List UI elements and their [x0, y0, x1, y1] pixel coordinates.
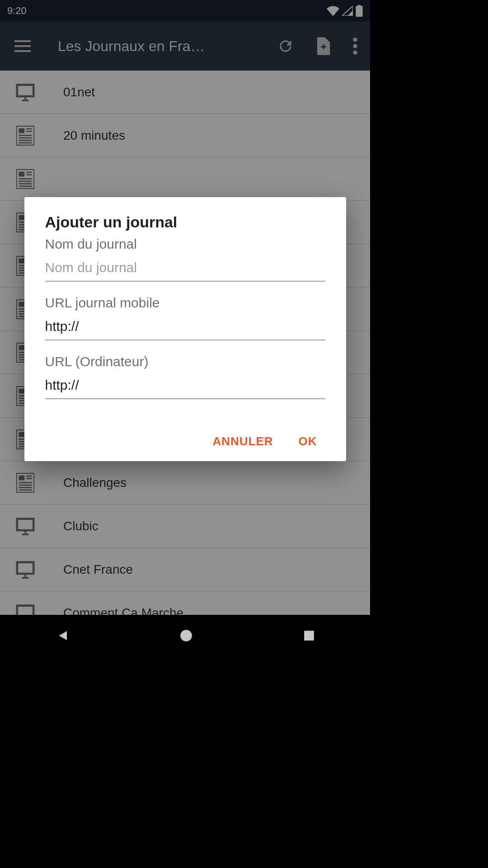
nav-bar — [0, 615, 370, 658]
svg-point-75 — [180, 630, 192, 642]
dialog-title: Ajouter un journal — [45, 213, 325, 231]
add-journal-dialog: Ajouter un journal Nom du journal URL jo… — [24, 197, 346, 461]
nav-home-button[interactable] — [180, 629, 192, 644]
journal-name-input[interactable] — [45, 256, 325, 282]
ok-button[interactable]: OK — [299, 434, 317, 448]
field2-label: URL journal mobile — [45, 295, 325, 311]
cancel-button[interactable]: ANNULER — [212, 434, 273, 448]
svg-rect-76 — [304, 631, 314, 641]
desktop-url-input[interactable] — [45, 374, 325, 399]
field1-label: Nom du journal — [45, 236, 325, 252]
nav-back-button[interactable] — [56, 629, 69, 644]
mobile-url-input[interactable] — [45, 315, 325, 340]
nav-recent-button[interactable] — [303, 630, 315, 643]
dialog-overlay: Ajouter un journal Nom du journal URL jo… — [0, 0, 370, 658]
field3-label: URL (Ordinateur) — [45, 354, 325, 369]
